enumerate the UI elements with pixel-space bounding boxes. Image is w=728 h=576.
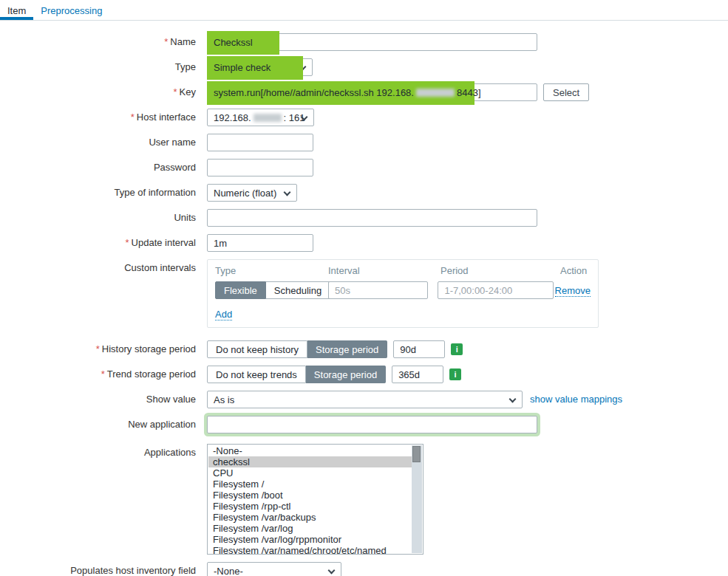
history-period-input[interactable]: [393, 340, 445, 358]
password-label: Password: [0, 159, 196, 173]
trend-toggle: Do not keep trends Storage period: [207, 366, 386, 383]
row-host-interface: *Host interface 192.168.: 161: [0, 109, 728, 126]
toggle-history-storage-period[interactable]: Storage period: [307, 340, 387, 358]
units-label: Units: [0, 209, 196, 223]
inventory-select[interactable]: -None-: [207, 562, 341, 576]
row-custom-intervals: Custom intervals Type Interval Period Ac…: [0, 259, 728, 328]
applications-option[interactable]: Filesystem /var/backups: [208, 512, 412, 523]
required-marker: *: [101, 368, 105, 380]
header-period: Period: [440, 265, 560, 276]
row-user-name: User name: [0, 134, 728, 151]
required-marker: *: [131, 112, 135, 123]
redacted-text: [254, 114, 282, 122]
toggle-flexible[interactable]: Flexible: [215, 281, 266, 299]
history-storage-label: *History storage period: [0, 340, 196, 354]
show-value-label: Show value: [0, 391, 196, 405]
row-trend-storage: *Trend storage period Do not keep trends…: [0, 366, 728, 383]
history-toggle: Do not keep history Storage period: [207, 340, 387, 358]
type-of-information-select[interactable]: Numeric (float): [207, 184, 297, 202]
applications-option[interactable]: Filesystem /var/log/rppmonitor: [208, 534, 412, 545]
applications-option[interactable]: -None-: [208, 445, 412, 456]
row-inventory: Populates host inventory field -None-: [0, 562, 728, 576]
inventory-value: -None-: [214, 566, 243, 576]
row-applications: Applications -None-checksslCPUFilesystem…: [0, 444, 728, 555]
trend-period-input[interactable]: [392, 366, 443, 383]
tab-preprocessing[interactable]: Preprocessing: [33, 1, 109, 20]
name-label: *Name: [0, 33, 196, 47]
show-value-select[interactable]: As is: [207, 391, 523, 408]
key-label: *Key: [0, 83, 196, 97]
type-of-information-label: Type of information: [0, 184, 196, 198]
applications-options: -None-checksslCPUFilesystem /Filesystem …: [208, 445, 412, 555]
applications-option[interactable]: Filesystem /var/named/chroot/etc/named: [208, 545, 412, 555]
required-marker: *: [125, 237, 129, 248]
applications-option[interactable]: Filesystem /boot: [208, 490, 412, 501]
host-interface-value: 192.168.: 161: [214, 112, 305, 123]
row-type: Type Simple check: [0, 58, 728, 76]
row-type-of-information: Type of information Numeric (float): [0, 184, 728, 202]
units-input[interactable]: [207, 209, 537, 227]
applications-option[interactable]: Filesystem /: [208, 479, 412, 490]
info-icon[interactable]: i: [449, 368, 461, 380]
key-select-button[interactable]: Select: [543, 83, 589, 101]
row-new-application: New application: [0, 416, 728, 433]
row-name: *Name Checkssl: [0, 33, 728, 51]
password-input[interactable]: [207, 159, 313, 176]
type-label: Type: [0, 58, 196, 72]
toggle-do-not-keep-history[interactable]: Do not keep history: [207, 340, 307, 358]
chevron-down-icon: [284, 189, 291, 196]
header-interval: Interval: [328, 265, 440, 276]
custom-intervals-box: Type Interval Period Action Flexible Sch…: [207, 259, 599, 328]
show-value-value: As is: [214, 394, 234, 405]
tab-item[interactable]: Item: [0, 1, 33, 20]
applications-option[interactable]: Filesystem /var/log: [208, 523, 412, 534]
applications-option[interactable]: CPU: [208, 467, 412, 479]
inventory-label: Populates host inventory field: [0, 562, 196, 576]
remove-link[interactable]: Remove: [555, 285, 591, 297]
new-application-input[interactable]: [207, 416, 537, 433]
interval-input[interactable]: [328, 281, 428, 299]
row-update-interval: *Update interval: [0, 234, 728, 252]
show-value-mappings-link[interactable]: show value mappings: [530, 394, 622, 405]
applications-option[interactable]: Filesystem /rpp-ctl: [208, 501, 412, 512]
host-interface-select[interactable]: 192.168.: 161: [207, 109, 314, 126]
custom-intervals-header: Type Interval Period Action: [215, 265, 591, 276]
toggle-do-not-keep-trends[interactable]: Do not keep trends: [207, 366, 306, 383]
update-interval-input[interactable]: [207, 234, 313, 252]
tab-bar: Item Preprocessing: [0, 0, 728, 21]
required-marker: *: [164, 36, 168, 47]
update-interval-label: *Update interval: [0, 234, 196, 248]
header-type: Type: [215, 265, 328, 276]
interval-type-toggle: Flexible Scheduling: [215, 281, 328, 299]
custom-interval-row: Flexible Scheduling Remove: [215, 281, 591, 299]
chevron-down-icon: [509, 396, 517, 403]
name-value: Checkssl: [214, 37, 253, 48]
chevron-down-icon: [328, 567, 336, 575]
name-input[interactable]: Checkssl: [207, 33, 537, 51]
custom-intervals-label: Custom intervals: [0, 259, 196, 273]
user-name-label: User name: [0, 134, 196, 148]
row-show-value: Show value As is show value mappings: [0, 391, 728, 408]
item-form: *Name Checkssl Type Simple check *Key sy…: [0, 21, 728, 576]
toggle-trend-storage-period[interactable]: Storage period: [306, 366, 386, 383]
trend-storage-label: *Trend storage period: [0, 366, 196, 380]
period-input[interactable]: [438, 281, 554, 299]
type-select[interactable]: Simple check: [207, 58, 313, 76]
add-link[interactable]: Add: [215, 309, 232, 320]
listbox-scrollbar[interactable]: [412, 445, 422, 553]
row-key: *Key system.run[/home//admin/checkssl.sh…: [0, 83, 728, 101]
applications-label: Applications: [0, 444, 196, 458]
user-name-input[interactable]: [207, 134, 313, 151]
key-value: system.run[/home//admin/checkssl.sh 192.…: [214, 87, 481, 98]
redacted-text: [416, 89, 455, 97]
required-marker: *: [96, 343, 100, 354]
header-action: Action: [560, 265, 591, 276]
applications-listbox[interactable]: -None-checksslCPUFilesystem /Filesystem …: [207, 444, 423, 555]
applications-option[interactable]: checkssl: [208, 456, 412, 467]
row-password: Password: [0, 159, 728, 176]
listbox-scrollbar-thumb[interactable]: [412, 446, 421, 462]
info-icon[interactable]: i: [451, 343, 463, 355]
toggle-scheduling[interactable]: Scheduling: [266, 281, 330, 299]
host-interface-label: *Host interface: [0, 109, 196, 123]
key-input[interactable]: system.run[/home//admin/checkssl.sh 192.…: [207, 83, 537, 101]
